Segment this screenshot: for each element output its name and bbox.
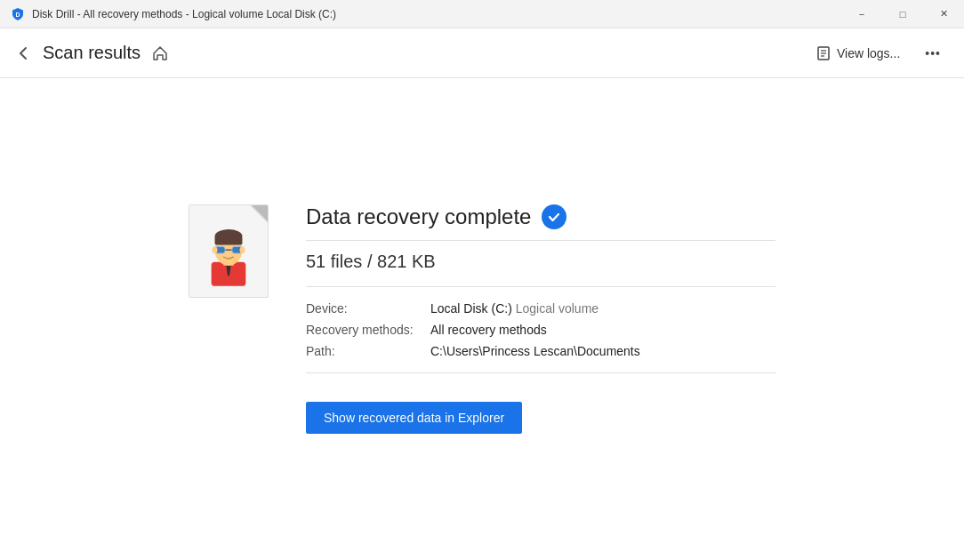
recovery-title-row: Data recovery complete bbox=[306, 204, 775, 229]
path-value: C:\Users\Princess Lescan\Documents bbox=[430, 340, 775, 362]
divider-2 bbox=[306, 286, 775, 287]
back-arrow-icon bbox=[14, 44, 32, 62]
home-icon bbox=[151, 44, 169, 62]
title-bar-left: D Disk Drill - All recovery methods - Lo… bbox=[11, 7, 336, 21]
svg-rect-10 bbox=[215, 236, 243, 244]
info-table: Device: Local Disk (C:) Logical volume R… bbox=[306, 298, 775, 362]
recovery-card: Data recovery complete 51 files / 821 KB… bbox=[171, 187, 793, 452]
document-icon bbox=[815, 45, 831, 61]
maximize-button[interactable]: □ bbox=[882, 0, 923, 28]
svg-point-17 bbox=[240, 246, 245, 253]
title-bar: D Disk Drill - All recovery methods - Lo… bbox=[0, 0, 964, 28]
divider-3 bbox=[306, 372, 775, 373]
recovery-info: Data recovery complete 51 files / 821 KB… bbox=[306, 204, 775, 434]
more-dots-icon: ••• bbox=[925, 46, 941, 60]
toolbar-right: View logs... ••• bbox=[807, 40, 950, 67]
device-value: Local Disk (C:) Logical volume bbox=[430, 298, 775, 319]
svg-text:D: D bbox=[15, 12, 20, 18]
avatar-container bbox=[202, 225, 255, 287]
close-button[interactable]: ✕ bbox=[923, 0, 964, 28]
minimize-button[interactable]: − bbox=[841, 0, 882, 28]
title-bar-controls[interactable]: − □ ✕ bbox=[841, 0, 964, 28]
show-explorer-button[interactable]: Show recovered data in Explorer bbox=[306, 402, 522, 434]
scan-results-title: Scan results bbox=[43, 43, 141, 63]
path-label: Path: bbox=[306, 340, 430, 362]
avatar-icon bbox=[203, 226, 254, 286]
file-illustration bbox=[189, 204, 277, 302]
file-count: 51 files / 821 KB bbox=[306, 252, 775, 272]
recovery-methods-value: All recovery methods bbox=[430, 319, 775, 340]
device-row: Device: Local Disk (C:) Logical volume bbox=[306, 298, 775, 319]
more-button[interactable]: ••• bbox=[916, 41, 950, 66]
toolbar-left: Scan results bbox=[14, 43, 169, 63]
home-button[interactable] bbox=[151, 44, 169, 62]
back-button[interactable] bbox=[14, 44, 32, 62]
recovery-methods-row: Recovery methods: All recovery methods bbox=[306, 319, 775, 340]
view-logs-label: View logs... bbox=[837, 46, 900, 60]
title-bar-text: Disk Drill - All recovery methods - Logi… bbox=[32, 8, 336, 20]
checkmark-icon bbox=[547, 210, 561, 224]
device-label: Device: bbox=[306, 298, 430, 319]
device-sub: Logical volume bbox=[516, 301, 598, 316]
view-logs-button[interactable]: View logs... bbox=[807, 40, 909, 67]
check-circle bbox=[542, 204, 566, 229]
recovery-methods-label: Recovery methods: bbox=[306, 319, 430, 340]
divider-1 bbox=[306, 240, 775, 241]
file-page bbox=[189, 204, 269, 298]
recovery-title: Data recovery complete bbox=[306, 204, 531, 229]
main-content: Data recovery complete 51 files / 821 KB… bbox=[0, 78, 964, 560]
path-row: Path: C:\Users\Princess Lescan\Documents bbox=[306, 340, 775, 362]
svg-point-16 bbox=[213, 246, 218, 253]
app-icon: D bbox=[11, 7, 25, 21]
toolbar: Scan results View logs... ••• bbox=[0, 28, 964, 78]
